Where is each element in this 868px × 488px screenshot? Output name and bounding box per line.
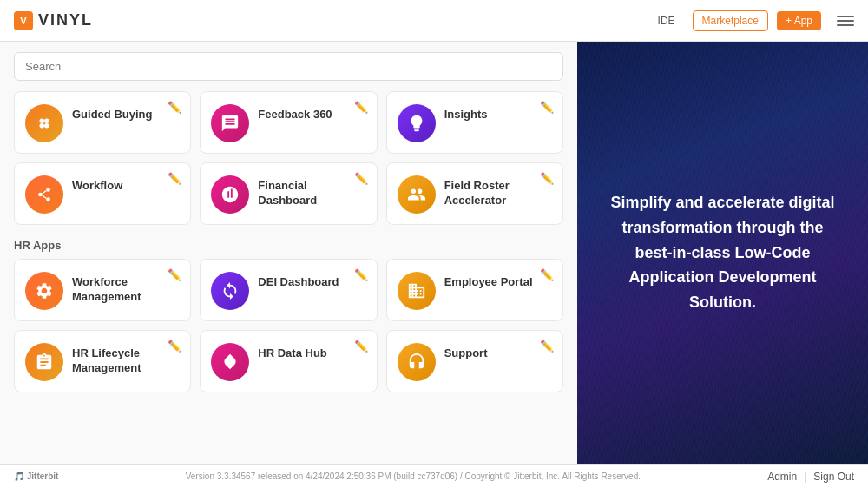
sign-out-link[interactable]: Sign Out (813, 471, 854, 483)
financial-dashboard-label: Financial Dashboard (258, 179, 365, 208)
hr-lifecycle-label: HR Lifecycle Management (72, 346, 180, 376)
logo: V VINYL (14, 11, 93, 30)
main-content: Guided Buying ✏️ Feedback 360 ✏️ Insight… (0, 42, 868, 464)
feedback360-edit[interactable]: ✏️ (354, 101, 368, 114)
logo-icon: V (14, 11, 33, 30)
employee-portal-edit[interactable]: ✏️ (540, 268, 554, 281)
footer-version: Version 3.3.34567 released on 4/24/2024 … (186, 472, 641, 481)
dei-dashboard-edit[interactable]: ✏️ (354, 268, 368, 281)
admin-link[interactable]: Admin (767, 471, 797, 483)
footer-links: Admin | Sign Out (767, 471, 854, 483)
svg-point-3 (44, 123, 49, 129)
add-app-button[interactable]: + App (777, 11, 821, 30)
workforce-mgmt-icon (25, 272, 63, 310)
financial-dashboard-icon (211, 175, 249, 214)
left-panel: Guided Buying ✏️ Feedback 360 ✏️ Insight… (0, 42, 577, 464)
ide-button[interactable]: IDE (649, 11, 684, 30)
insights-edit[interactable]: ✏️ (540, 101, 554, 114)
insights-label: Insights (444, 108, 488, 122)
svg-point-0 (40, 119, 45, 124)
footer-separator: | (804, 471, 806, 483)
tagline: Simplify and accelerate digital transfor… (603, 190, 842, 315)
guided-buying-edit[interactable]: ✏️ (168, 101, 181, 114)
app-card-dei-dashboard[interactable]: DEI Dashboard ✏️ (200, 259, 377, 321)
app-grid-row2: Workflow ✏️ Financial Dashboard ✏️ Field… (14, 162, 563, 225)
app-grid-row4: HR Lifecycle Management ✏️ HR Data Hub ✏… (14, 330, 563, 392)
support-edit[interactable]: ✏️ (540, 340, 554, 353)
app-card-workforce-mgmt[interactable]: Workforce Management ✏️ (14, 259, 191, 321)
app-card-feedback360[interactable]: Feedback 360 ✏️ (200, 91, 377, 154)
employee-portal-label: Employee Portal (444, 275, 533, 290)
app-card-hr-lifecycle[interactable]: HR Lifecycle Management ✏️ (14, 330, 191, 392)
support-icon (398, 343, 436, 381)
app-card-employee-portal[interactable]: Employee Portal ✏️ (386, 259, 563, 321)
hr-lifecycle-icon (25, 343, 63, 381)
app-card-hr-data-hub[interactable]: HR Data Hub ✏️ (200, 330, 377, 392)
guided-buying-label: Guided Buying (72, 108, 152, 122)
jitterbit-logo: 🎵 Jitterbit (14, 472, 58, 481)
footer: 🎵 Jitterbit Version 3.3.34567 released o… (0, 464, 868, 488)
hr-data-hub-icon (211, 343, 249, 381)
header-right: IDE Marketplace + App (649, 10, 854, 31)
search-input[interactable] (14, 52, 563, 81)
svg-line-7 (43, 191, 47, 194)
menu-icon[interactable] (837, 12, 854, 30)
right-panel: Simplify and accelerate digital transfor… (577, 42, 868, 464)
svg-point-1 (44, 119, 49, 124)
app-card-guided-buying[interactable]: Guided Buying ✏️ (14, 91, 191, 154)
workflow-label: Workflow (72, 179, 122, 194)
financial-dashboard-edit[interactable]: ✏️ (354, 172, 368, 185)
header: V VINYL IDE Marketplace + App (0, 0, 868, 42)
feedback360-label: Feedback 360 (258, 108, 332, 122)
app-card-field-roster[interactable]: Field Roster Accelerator ✏️ (386, 162, 563, 225)
dei-dashboard-label: DEI Dashboard (258, 275, 339, 290)
workflow-edit[interactable]: ✏️ (168, 172, 181, 185)
workflow-icon (25, 175, 63, 214)
marketplace-button[interactable]: Marketplace (693, 10, 768, 31)
app-card-workflow[interactable]: Workflow ✏️ (14, 162, 191, 225)
insights-icon (398, 104, 436, 142)
svg-point-6 (46, 197, 50, 201)
hr-data-hub-label: HR Data Hub (258, 346, 326, 361)
dei-dashboard-icon (211, 272, 249, 310)
logo-text: VINYL (38, 11, 93, 30)
app-grid-row1: Guided Buying ✏️ Feedback 360 ✏️ Insight… (14, 91, 563, 154)
workforce-mgmt-label: Workforce Management (72, 275, 180, 305)
field-roster-icon (398, 175, 436, 214)
svg-point-4 (38, 193, 43, 197)
guided-buying-icon (25, 104, 63, 142)
feedback360-icon (211, 104, 249, 142)
footer-brand: 🎵 Jitterbit (14, 472, 58, 481)
hr-lifecycle-edit[interactable]: ✏️ (168, 340, 181, 353)
app-card-support[interactable]: Support ✏️ (386, 330, 563, 392)
employee-portal-icon (398, 272, 436, 310)
svg-line-8 (43, 195, 47, 198)
app-card-insights[interactable]: Insights ✏️ (386, 91, 563, 154)
field-roster-edit[interactable]: ✏️ (540, 172, 554, 185)
field-roster-label: Field Roster Accelerator (444, 179, 552, 208)
app-grid-row3: Workforce Management ✏️ DEI Dashboard ✏️… (14, 259, 563, 321)
app-card-financial-dashboard[interactable]: Financial Dashboard ✏️ (200, 162, 377, 225)
workforce-mgmt-edit[interactable]: ✏️ (168, 268, 181, 281)
hr-section-label: HR Apps (14, 239, 563, 252)
support-label: Support (444, 346, 488, 361)
svg-point-5 (46, 188, 50, 192)
svg-point-2 (40, 123, 45, 129)
hr-data-hub-edit[interactable]: ✏️ (354, 340, 368, 353)
